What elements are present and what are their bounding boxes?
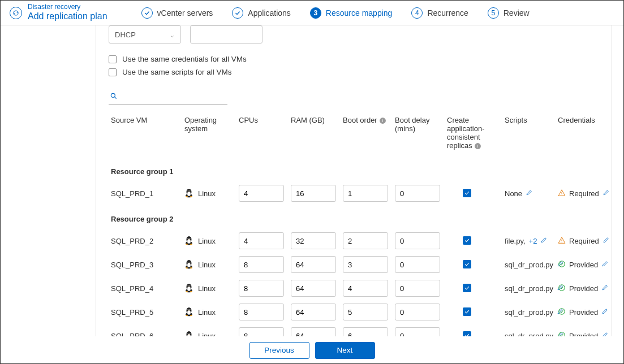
boot-delay-input[interactable] <box>395 280 440 297</box>
ip-extra-input[interactable] <box>190 25 262 44</box>
step-resource-mapping[interactable]: 3 Resource mapping <box>310 7 393 19</box>
boot-delay-input[interactable] <box>395 185 440 202</box>
check-icon <box>141 7 153 19</box>
edit-script-button[interactable] <box>526 189 533 198</box>
svg-point-50 <box>190 309 190 310</box>
warning-icon <box>558 236 566 246</box>
ram-input[interactable] <box>291 280 336 297</box>
check-circle-icon <box>558 307 566 317</box>
linux-icon <box>184 235 193 247</box>
previous-button[interactable]: Previous <box>249 342 309 359</box>
boot-order-input[interactable] <box>343 304 388 320</box>
cpu-input[interactable] <box>239 327 284 336</box>
step-label: Resource mapping <box>326 8 393 18</box>
svg-point-43 <box>559 284 565 291</box>
search-icon <box>110 92 118 100</box>
svg-point-31 <box>186 267 188 268</box>
boot-order-input[interactable] <box>343 232 388 249</box>
credential-status: Provided <box>569 308 598 317</box>
step-recurrence[interactable]: 4 Recurrence <box>411 7 468 19</box>
boot-delay-input[interactable] <box>395 232 440 249</box>
check-circle-icon <box>558 284 566 293</box>
step-review[interactable]: 5 Review <box>488 7 530 19</box>
svg-point-52 <box>190 314 192 315</box>
info-icon[interactable]: i <box>474 142 481 150</box>
check-icon <box>232 7 243 19</box>
next-button[interactable]: Next <box>315 342 375 359</box>
table-row: SQL_PRD_2Linuxfile.py, +2 Required <box>109 229 604 253</box>
ram-input[interactable] <box>291 232 336 249</box>
svg-point-1 <box>111 93 115 97</box>
credential-status: Provided <box>569 284 598 293</box>
cpu-input[interactable] <box>239 304 284 320</box>
consistent-checkbox[interactable] <box>463 189 471 197</box>
step-label: Review <box>503 8 530 18</box>
cpu-input[interactable] <box>239 185 284 202</box>
ram-input[interactable] <box>291 327 336 336</box>
col-scripts: Scripts <box>502 112 556 158</box>
ram-input[interactable] <box>291 185 336 202</box>
same-scripts-checkbox[interactable] <box>109 68 117 76</box>
edit-credential-button[interactable] <box>601 331 609 336</box>
edit-credential-button[interactable] <box>601 284 609 293</box>
table-row: SQL_PRD_4Linuxsql_dr_prod.py Provided <box>109 276 604 300</box>
svg-point-36 <box>187 287 191 291</box>
cpu-input[interactable] <box>239 256 284 273</box>
info-icon[interactable]: i <box>379 117 386 124</box>
step-vcenter[interactable]: vCenter servers <box>141 7 213 19</box>
script-name: sql_dr_prod.py <box>505 308 553 317</box>
search-input[interactable] <box>109 90 227 105</box>
edit-credential-button[interactable] <box>601 307 609 317</box>
svg-point-46 <box>187 310 191 315</box>
edit-credential-button[interactable] <box>601 260 609 269</box>
svg-point-12 <box>190 190 190 191</box>
boot-order-input[interactable] <box>343 256 388 273</box>
breadcrumb: Disaster recovery Add replication plan <box>28 3 107 21</box>
boot-order-input[interactable] <box>343 185 388 202</box>
edit-script-button[interactable] <box>540 236 548 245</box>
script-name: sql_dr_prod.py <box>505 261 553 269</box>
script-name: sql_dr_prod.py <box>505 332 553 336</box>
ram-input[interactable] <box>291 304 336 320</box>
vm-name: SQL_PRD_6 <box>109 324 182 336</box>
step-label: vCenter servers <box>157 8 213 18</box>
svg-point-53 <box>559 308 565 314</box>
ip-mode-select[interactable]: DHCP <box>109 25 181 44</box>
svg-point-26 <box>187 263 191 267</box>
os-name: Linux <box>198 261 216 269</box>
credential-status: Provided <box>569 261 598 269</box>
edit-credential-button[interactable] <box>603 189 610 198</box>
table-row: SQL_PRD_3Linuxsql_dr_prod.py Provided <box>109 253 604 276</box>
vm-name: SQL_PRD_1 <box>109 181 182 205</box>
edit-credential-button[interactable] <box>603 236 610 245</box>
boot-delay-input[interactable] <box>395 327 440 336</box>
step-applications[interactable]: Applications <box>232 7 291 19</box>
group-header: Resource group 2 <box>109 205 604 229</box>
same-credentials-checkbox[interactable] <box>109 55 117 63</box>
col-ram: RAM (GB) <box>289 112 341 158</box>
consistent-checkbox[interactable] <box>463 236 471 245</box>
step-label: Applications <box>248 8 291 18</box>
credential-status: Required <box>569 237 599 245</box>
cpu-input[interactable] <box>239 280 284 297</box>
boot-order-input[interactable] <box>343 280 388 297</box>
svg-point-59 <box>188 333 188 333</box>
consistent-checkbox[interactable] <box>463 260 471 268</box>
credential-status: Required <box>569 189 599 198</box>
warning-icon <box>558 189 566 198</box>
ram-input[interactable] <box>291 256 336 273</box>
consistent-checkbox[interactable] <box>463 284 471 292</box>
consistent-checkbox[interactable] <box>463 307 471 316</box>
consistent-checkbox[interactable] <box>463 331 471 336</box>
svg-point-11 <box>188 190 188 191</box>
boot-order-input[interactable] <box>343 327 388 336</box>
boot-delay-input[interactable] <box>395 304 440 320</box>
check-circle-icon <box>558 331 566 336</box>
svg-point-39 <box>188 285 188 286</box>
svg-point-20 <box>188 238 188 239</box>
step-label: Recurrence <box>427 8 468 18</box>
cpu-input[interactable] <box>239 232 284 249</box>
table-row: SQL_PRD_1LinuxNone Required <box>109 181 604 205</box>
svg-point-49 <box>188 309 188 310</box>
boot-delay-input[interactable] <box>395 256 440 273</box>
